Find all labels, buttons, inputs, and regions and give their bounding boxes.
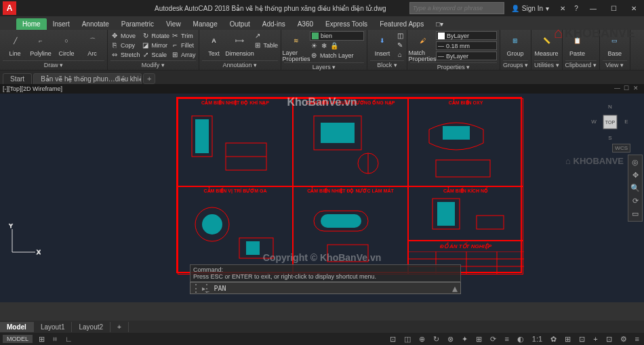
- panel-title[interactable]: Utilities ▾: [534, 60, 559, 68]
- tab-home[interactable]: Home: [16, 18, 47, 30]
- layer-properties-button[interactable]: ≋Layer Properties: [284, 31, 308, 62]
- app-icon[interactable]: A: [3, 1, 16, 15]
- orbit-icon[interactable]: ⟳: [632, 197, 639, 205]
- sb-icon[interactable]: ✿: [548, 335, 559, 344]
- help-icon[interactable]: ?: [569, 5, 583, 12]
- panel-title[interactable]: Draw ▾: [3, 60, 104, 68]
- panel-title[interactable]: Annotation ▾: [202, 60, 279, 68]
- sb-icon[interactable]: ⊡: [388, 335, 398, 344]
- line-button[interactable]: ╱Line: [3, 31, 27, 57]
- sign-in-button[interactable]: 👤Sign In▾: [511, 5, 549, 12]
- layout1-tab[interactable]: Layout1: [34, 322, 73, 332]
- lineweight-dropdown[interactable]: —0.18 mm: [436, 41, 497, 50]
- group-button[interactable]: ⊞Group: [503, 31, 527, 57]
- sb-icon[interactable]: ≡: [502, 335, 510, 343]
- sb-icon[interactable]: ◐: [515, 335, 526, 344]
- array-button[interactable]: ⊞Array: [171, 50, 196, 59]
- sb-icon[interactable]: ⊡: [604, 335, 614, 344]
- attr-button[interactable]: ⌂: [396, 50, 404, 59]
- pan-icon[interactable]: ✥: [632, 171, 639, 180]
- fillet-button[interactable]: ⌐Fillet: [171, 41, 196, 49]
- match-properties-button[interactable]: 🖌Match Properties: [410, 31, 435, 62]
- minimize-button[interactable]: —: [583, 0, 603, 16]
- sb-icon[interactable]: +: [591, 335, 599, 343]
- sb-icon[interactable]: ⊞: [474, 335, 484, 344]
- sb-icon[interactable]: ⊗: [445, 335, 456, 344]
- polyline-button[interactable]: ⌐Polyline: [28, 31, 53, 57]
- sb-ortho-icon[interactable]: ∟: [63, 335, 75, 343]
- leader-button[interactable]: ↗: [254, 31, 279, 40]
- copy-button[interactable]: ⎘Copy: [110, 41, 140, 49]
- tab-a360[interactable]: A360: [291, 18, 319, 30]
- panel-title[interactable]: Groups ▾: [503, 60, 528, 68]
- rotate-button[interactable]: ↻Rotate: [142, 31, 170, 40]
- sb-snap-icon[interactable]: ⌗: [51, 335, 59, 344]
- panel-title[interactable]: Clipboard ▾: [565, 60, 597, 68]
- sb-grid-icon[interactable]: ⊞: [37, 335, 47, 344]
- view-cube[interactable]: N E S W TOP WCS: [591, 103, 629, 141]
- command-menu-icon[interactable]: ▴: [449, 282, 460, 295]
- table-button[interactable]: ⊞Table: [254, 41, 279, 49]
- search-input[interactable]: [409, 2, 504, 14]
- close-button[interactable]: ✕: [624, 0, 644, 16]
- add-document-button[interactable]: +: [143, 73, 155, 84]
- panel-title[interactable]: Modify ▾: [110, 60, 196, 68]
- dimension-button[interactable]: ⟼Dimension: [228, 31, 252, 57]
- move-button[interactable]: ✥Move: [110, 31, 140, 40]
- model-space-button[interactable]: MODEL: [3, 335, 33, 343]
- vp-restore-icon[interactable]: ☐: [624, 85, 632, 93]
- sb-icon[interactable]: ⊕: [417, 335, 427, 344]
- viewport-label[interactable]: [-][Top][2D Wireframe]: [3, 85, 62, 92]
- trim-button[interactable]: ✂Trim: [171, 31, 196, 40]
- command-handle-icon[interactable]: ⋮⋮: [190, 282, 200, 295]
- layer-tools[interactable]: ☀❄🔒: [310, 41, 364, 50]
- panel-title[interactable]: Block ▾: [370, 60, 404, 68]
- stretch-button[interactable]: ⇔Stretch: [110, 50, 140, 59]
- circle-button[interactable]: ○Circle: [54, 31, 79, 57]
- tab-output[interactable]: Output: [224, 18, 256, 30]
- drawing-canvas[interactable]: KhoBanVe.vn Copyright © KhoBanVe.vn CẢM …: [0, 94, 644, 302]
- match-layer-button[interactable]: ⊜Match Layer: [310, 51, 364, 60]
- tab-insert[interactable]: Insert: [47, 18, 76, 30]
- tab-parametric[interactable]: Parametric: [115, 18, 160, 30]
- steering-wheel-icon[interactable]: ◎: [632, 158, 639, 167]
- command-input[interactable]: [212, 285, 449, 292]
- text-button[interactable]: AText: [202, 31, 226, 57]
- panel-title[interactable]: View ▾: [603, 60, 627, 68]
- linetype-dropdown[interactable]: —ByLayer: [436, 52, 497, 60]
- sb-icon[interactable]: ⊞: [563, 335, 573, 344]
- color-dropdown[interactable]: ByLayer: [436, 31, 497, 40]
- model-tab[interactable]: Model: [0, 322, 34, 332]
- tab-view[interactable]: View: [160, 18, 187, 30]
- tab-annotate[interactable]: Annotate: [76, 18, 115, 30]
- tab-featured[interactable]: Featured Apps: [374, 18, 430, 30]
- tab-addins[interactable]: Add-ins: [256, 18, 291, 30]
- sb-icon[interactable]: ◫: [402, 335, 413, 344]
- sb-settings-icon[interactable]: ⚙: [618, 335, 629, 344]
- create-block-button[interactable]: ◫: [396, 31, 404, 40]
- sb-icon[interactable]: ⟳: [488, 335, 498, 344]
- tab-manage[interactable]: Manage: [187, 18, 224, 30]
- panel-title[interactable]: Properties ▾: [410, 62, 497, 70]
- add-layout-button[interactable]: +: [110, 322, 129, 332]
- showmotion-icon[interactable]: ▭: [632, 209, 639, 218]
- arc-button[interactable]: ⌒Arc: [80, 31, 104, 57]
- edit-block-button[interactable]: ✎: [396, 41, 404, 49]
- tab-express[interactable]: Express Tools: [319, 18, 374, 30]
- tab-extra[interactable]: □▾: [430, 18, 449, 30]
- exchange-icon[interactable]: ✕: [556, 5, 569, 12]
- sb-icon[interactable]: ✦: [460, 335, 470, 344]
- start-tab[interactable]: Start: [3, 73, 32, 84]
- zoom-icon[interactable]: 🔍: [630, 184, 640, 192]
- sb-menu-icon[interactable]: ≡: [633, 335, 641, 343]
- panel-title[interactable]: Layers ▾: [284, 62, 364, 70]
- wcs-label[interactable]: WCS: [612, 144, 630, 153]
- layout2-tab[interactable]: Layout2: [72, 322, 110, 332]
- vp-close-icon[interactable]: ✕: [633, 85, 641, 93]
- vp-minimize-icon[interactable]: —: [614, 85, 622, 93]
- layer-dropdown[interactable]: bien: [310, 31, 364, 41]
- mirror-button[interactable]: ◪Mirror: [142, 41, 170, 49]
- scale-button[interactable]: ⤢Scale: [142, 50, 170, 59]
- sb-icon[interactable]: ⊡: [577, 335, 587, 344]
- sb-scale-button[interactable]: 1:1: [530, 335, 544, 343]
